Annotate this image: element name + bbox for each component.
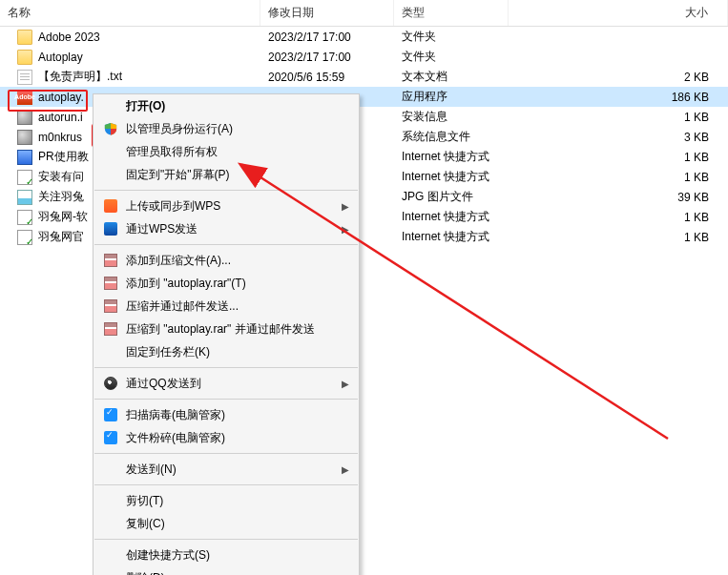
header-type[interactable]: 类型 <box>394 0 509 26</box>
txt-icon <box>17 70 32 85</box>
file-size: 1 KB <box>509 211 728 224</box>
file-date: 2023/2/17 17:00 <box>260 31 394 44</box>
menu-delete[interactable]: 删除(D) <box>94 566 359 575</box>
separator <box>94 539 358 540</box>
file-name: Adobe 2023 <box>38 31 100 44</box>
file-name: 羽兔网官 <box>38 229 84 245</box>
context-menu: 打开(O) 以管理员身份运行(A) 管理员取得所有权 固定到"开始"屏幕(P) … <box>93 93 360 575</box>
submenu-arrow-icon: ▶ <box>342 201 349 212</box>
menu-add-archive[interactable]: 添加到压缩文件(A)... <box>94 249 359 272</box>
menu-send-to[interactable]: 发送到(N)▶ <box>94 458 359 481</box>
file-name: 【免责声明】.txt <box>38 69 122 85</box>
header-date[interactable]: 修改日期 <box>260 0 394 26</box>
rar-icon <box>101 253 120 268</box>
shield-icon <box>101 121 120 136</box>
menu-cut[interactable]: 剪切(T) <box>94 489 359 512</box>
qq-icon <box>101 376 120 391</box>
separator <box>94 453 358 454</box>
file-date: 2020/5/6 15:59 <box>260 71 394 84</box>
menu-open[interactable]: 打开(O) <box>94 94 359 117</box>
menu-copy[interactable]: 复制(C) <box>94 512 359 535</box>
menu-qq-send[interactable]: 通过QQ发送到▶ <box>94 372 359 395</box>
file-name: PR使用教 <box>38 149 89 165</box>
file-type: Internet 快捷方式 <box>394 149 509 165</box>
file-type: 安装信息 <box>394 109 509 125</box>
rar-icon <box>101 298 120 314</box>
url-icon <box>17 210 32 225</box>
menu-pin-start[interactable]: 固定到"开始"屏幕(P) <box>94 163 359 186</box>
file-type: 文本文档 <box>394 69 509 85</box>
inf-icon <box>17 110 32 125</box>
file-type: 应用程序 <box>394 89 509 105</box>
file-size: 1 KB <box>509 171 728 184</box>
menu-take-ownership[interactable]: 管理员取得所有权 <box>94 140 359 163</box>
submenu-arrow-icon: ▶ <box>342 464 349 475</box>
file-name: autorun.i <box>38 111 83 124</box>
file-size: 186 KB <box>509 91 728 104</box>
menu-shred[interactable]: 文件粉碎(电脑管家) <box>94 426 359 449</box>
file-type: 文件夹 <box>394 49 509 65</box>
file-row[interactable]: Adobe 20232023/2/17 17:00文件夹 <box>0 27 728 47</box>
adobe-icon: Adobe <box>17 90 32 105</box>
separator <box>94 399 358 400</box>
submenu-arrow-icon: ▶ <box>342 224 349 235</box>
file-type: JPG 图片文件 <box>394 189 509 205</box>
file-type: Internet 快捷方式 <box>394 169 509 185</box>
file-size: 1 KB <box>509 151 728 164</box>
file-name: Autoplay <box>38 51 83 64</box>
submenu-arrow-icon: ▶ <box>342 379 349 389</box>
security-icon <box>101 407 120 422</box>
separator <box>94 484 358 485</box>
security-icon <box>101 430 120 445</box>
wps-icon <box>101 198 120 214</box>
file-type: 文件夹 <box>394 29 509 45</box>
menu-pin-taskbar[interactable]: 固定到任务栏(K) <box>94 340 359 363</box>
file-type: 系统信息文件 <box>394 129 509 145</box>
doc-icon <box>17 150 32 165</box>
folder-icon <box>17 30 32 45</box>
menu-add-rar[interactable]: 添加到 "autoplay.rar"(T) <box>94 272 359 295</box>
file-name: m0nkrus <box>38 131 82 144</box>
file-row[interactable]: Autoplay2023/2/17 17:00文件夹 <box>0 47 728 67</box>
file-name: 关注羽兔 <box>38 189 84 205</box>
file-name: 羽兔网-软 <box>38 209 88 225</box>
menu-wps-send[interactable]: 通过WPS发送▶ <box>94 217 359 240</box>
url-icon <box>17 230 32 245</box>
menu-zip-rar-email[interactable]: 压缩到 "autoplay.rar" 并通过邮件发送 <box>94 318 359 340</box>
file-size: 1 KB <box>509 111 728 124</box>
inf-icon <box>17 130 32 145</box>
header-size[interactable]: 大小 <box>509 0 728 26</box>
separator <box>94 367 358 368</box>
file-row[interactable]: 【免责声明】.txt2020/5/6 15:59文本文档2 KB <box>0 67 728 87</box>
rar-icon <box>101 276 120 291</box>
file-size: 3 KB <box>509 131 728 144</box>
separator <box>94 190 358 191</box>
file-name: autoplay. <box>38 91 84 104</box>
separator <box>94 244 358 245</box>
url-icon <box>17 170 32 185</box>
folder-icon <box>17 50 32 65</box>
file-type: Internet 快捷方式 <box>394 229 509 245</box>
menu-run-as-admin[interactable]: 以管理员身份运行(A) <box>94 117 359 140</box>
column-headers: 名称 修改日期 类型 大小 <box>0 0 728 27</box>
menu-wps-upload[interactable]: 上传或同步到WPS▶ <box>94 195 359 217</box>
rar-icon <box>101 321 120 337</box>
menu-create-shortcut[interactable]: 创建快捷方式(S) <box>94 544 359 566</box>
header-name[interactable]: 名称 <box>0 0 260 26</box>
file-size: 1 KB <box>509 231 728 244</box>
jpg-icon <box>17 190 32 205</box>
file-size: 39 KB <box>509 191 728 204</box>
file-name: 安装有问 <box>38 169 84 185</box>
file-size: 2 KB <box>509 71 728 84</box>
file-date: 2023/2/17 17:00 <box>260 51 394 64</box>
menu-scan[interactable]: 扫描病毒(电脑管家) <box>94 403 359 426</box>
menu-zip-email[interactable]: 压缩并通过邮件发送... <box>94 295 359 318</box>
file-type: Internet 快捷方式 <box>394 209 509 225</box>
wps-icon <box>101 221 120 236</box>
